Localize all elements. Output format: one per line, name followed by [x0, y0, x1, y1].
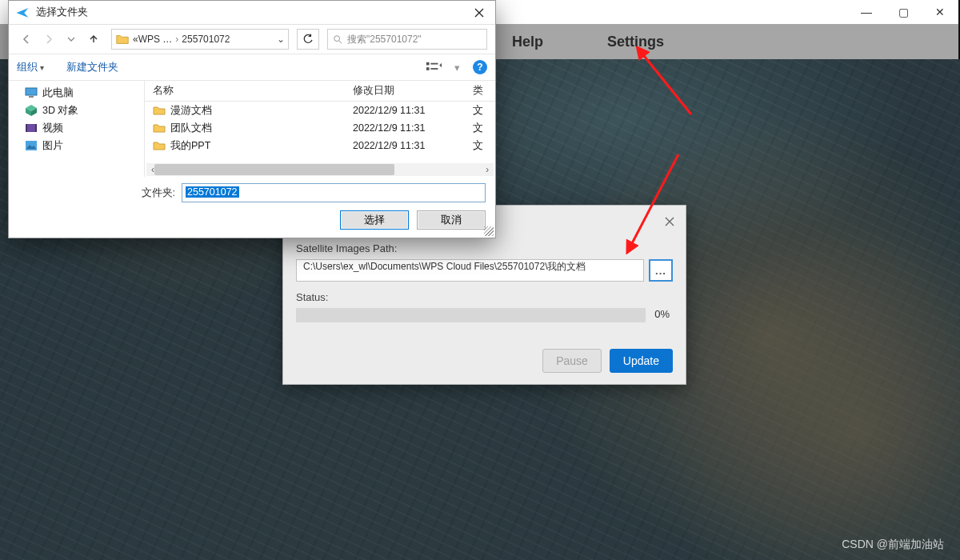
forward-button[interactable] — [39, 30, 58, 49]
breadcrumb-segment[interactable]: WPS … — [138, 34, 173, 45]
new-folder-button[interactable]: 新建文件夹 — [66, 61, 118, 74]
svg-rect-4 — [430, 68, 438, 70]
up-button[interactable] — [84, 30, 103, 49]
tree-item-label: 此电脑 — [42, 86, 74, 100]
arrow-up-icon — [88, 34, 99, 45]
nav-tree[interactable]: 此电脑 3D 对象 视频 图片 — [9, 81, 145, 177]
svg-rect-9 — [35, 124, 37, 132]
toolbar: 组织 ▾ 新建文件夹 ▾ ? — [9, 54, 495, 81]
svg-rect-10 — [26, 141, 37, 150]
menu-help[interactable]: Help — [512, 34, 543, 50]
folder-name-label: 文件夹: — [142, 186, 175, 200]
svg-rect-2 — [426, 67, 430, 70]
file-list: 名称 修改日期 类 漫游文档2022/12/9 11:31文团队文档2022/1… — [145, 81, 495, 177]
minimize-button[interactable]: — — [848, 0, 885, 24]
cube-icon — [25, 104, 38, 117]
cancel-button[interactable]: 取消 — [417, 210, 486, 230]
col-header-type[interactable]: 类 — [473, 84, 495, 98]
file-date: 2022/12/9 11:31 — [353, 140, 473, 151]
maximize-button[interactable]: ▢ — [885, 0, 922, 24]
folder-name-value: 255701072 — [186, 186, 239, 198]
svg-rect-3 — [430, 63, 438, 65]
watermark: CSDN @前端加油站 — [842, 538, 944, 552]
arrow-left-icon — [21, 34, 32, 45]
folder-icon — [153, 104, 166, 117]
folder-icon — [153, 122, 166, 134]
svg-rect-5 — [26, 88, 37, 95]
picture-icon — [25, 139, 38, 152]
file-type: 文 — [473, 139, 495, 153]
file-name: 团队文档 — [170, 122, 212, 135]
breadcrumb-separator: › — [172, 34, 182, 45]
video-icon — [25, 122, 38, 134]
recent-dropdown[interactable] — [62, 30, 81, 49]
folder-icon — [115, 32, 130, 46]
plane-icon — [15, 6, 30, 20]
list-item[interactable]: 漫游文档2022/12/9 11:31文 — [145, 102, 495, 119]
search-placeholder: 搜索"255701072" — [347, 33, 422, 46]
search-input[interactable]: 搜索"255701072" — [327, 29, 487, 50]
breadcrumb-dropdown[interactable]: ⌄ — [277, 34, 285, 45]
close-button[interactable]: ✕ — [922, 0, 958, 24]
tree-item-label: 视频 — [42, 122, 63, 135]
progress-bar — [296, 308, 646, 322]
pause-button: Pause — [542, 349, 602, 373]
file-type: 文 — [473, 104, 495, 118]
path-input[interactable]: C:\Users\ex_wl\Documents\WPS Cloud Files… — [296, 259, 644, 282]
pc-icon — [25, 86, 38, 99]
resize-grip[interactable] — [484, 226, 494, 236]
file-picker-dialog: 选择文件夹 « WPS … › 255701072 ⌄ 搜索"255701072… — [8, 0, 496, 238]
file-name: 我的PPT — [170, 139, 210, 153]
path-label: Satellite Images Path: — [296, 242, 673, 254]
nav-bar: « WPS … › 255701072 ⌄ 搜索"255701072" — [9, 25, 495, 54]
arrow-right-icon — [43, 34, 54, 45]
refresh-button[interactable] — [297, 29, 319, 50]
dialog-title: 选择文件夹 — [36, 6, 463, 19]
file-name: 漫游文档 — [170, 104, 212, 118]
update-button[interactable]: Update — [610, 349, 673, 373]
col-header-name[interactable]: 名称 — [145, 84, 353, 98]
view-options-button[interactable] — [426, 61, 442, 74]
list-header[interactable]: 名称 修改日期 类 — [145, 81, 495, 102]
svg-rect-7 — [26, 124, 37, 132]
folder-icon — [153, 139, 166, 152]
tree-item-videos[interactable]: 视频 — [9, 119, 144, 137]
menu-settings[interactable]: Settings — [607, 34, 664, 50]
file-date: 2022/12/9 11:31 — [353, 122, 473, 134]
list-item[interactable]: 我的PPT2022/12/9 11:31文 — [145, 137, 495, 154]
svg-rect-8 — [26, 124, 27, 132]
select-folder-button[interactable]: 选择 — [340, 210, 409, 230]
close-icon — [474, 8, 484, 18]
back-button[interactable] — [17, 30, 36, 49]
file-type: 文 — [473, 122, 495, 135]
svg-rect-6 — [29, 96, 34, 98]
tree-item-label: 3D 对象 — [42, 104, 78, 118]
chevron-down-icon — [67, 35, 75, 43]
search-icon — [333, 34, 342, 44]
list-item[interactable]: 团队文档2022/12/9 11:31文 — [145, 119, 495, 137]
tree-item-label: 图片 — [42, 139, 63, 153]
scroll-right-button[interactable]: › — [481, 163, 494, 176]
svg-rect-1 — [426, 62, 430, 66]
file-date: 2022/12/9 11:31 — [353, 105, 473, 116]
help-button[interactable]: ? — [473, 60, 487, 74]
dialog-titlebar[interactable]: 选择文件夹 — [9, 1, 495, 25]
progress-percent: 0% — [654, 308, 670, 320]
col-header-date[interactable]: 修改日期 — [353, 84, 473, 98]
browse-button[interactable]: ... — [649, 259, 673, 282]
svg-point-0 — [334, 36, 340, 42]
status-label: Status: — [296, 291, 673, 303]
refresh-icon — [302, 34, 314, 45]
folder-name-input[interactable]: 255701072 — [182, 183, 486, 202]
tree-item-3d[interactable]: 3D 对象 — [9, 102, 144, 119]
breadcrumb[interactable]: « WPS … › 255701072 ⌄ — [111, 29, 289, 50]
dialog-close-button[interactable] — [463, 1, 495, 25]
horizontal-scrollbar[interactable]: ‹ › — [146, 163, 494, 176]
organize-menu[interactable]: 组织 ▾ — [17, 61, 44, 74]
breadcrumb-segment[interactable]: 255701072 — [182, 34, 230, 45]
tree-item-pictures[interactable]: 图片 — [9, 137, 144, 154]
breadcrumb-segment[interactable]: « — [133, 34, 138, 45]
tree-item-this-pc[interactable]: 此电脑 — [9, 84, 144, 102]
scroll-thumb[interactable] — [154, 164, 394, 175]
